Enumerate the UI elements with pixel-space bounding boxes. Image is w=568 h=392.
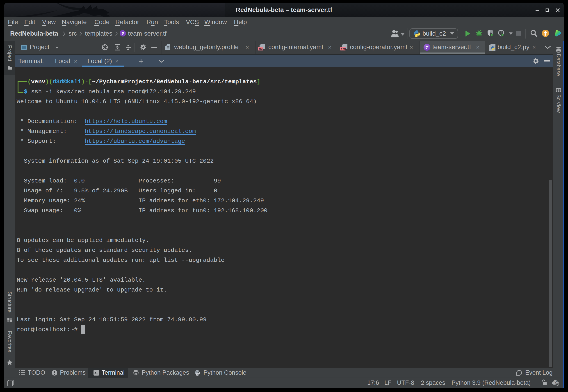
svg-text:YML: YML [258,47,264,50]
svg-text:YML: YML [341,47,347,50]
